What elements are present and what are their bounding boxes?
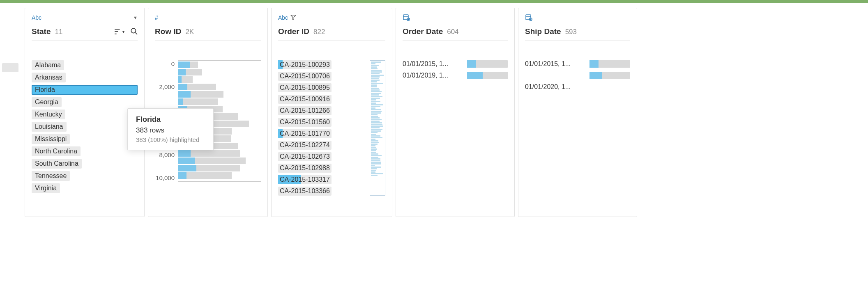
orderid-value[interactable]: CA-2015-103366 [278,187,332,196]
state-value[interactable]: Kentucky [32,110,65,119]
date-range-label: 01/01/2015, 1... [525,60,585,68]
tooltip-highlight: 383 (100%) highlighted [136,136,205,143]
state-value[interactable]: South Carolina [32,159,82,169]
hist-bar[interactable] [178,150,240,157]
state-value[interactable]: Florida [32,85,138,95]
shipdate-rows: 01/01/2015, 1...01/01/2020, 1... [525,60,630,91]
svg-rect-5 [403,15,408,20]
orderid-value[interactable]: CA-2015-100706 [278,72,332,81]
date-range-row[interactable]: 01/01/2015, 1... [403,60,508,68]
axis-tick: 0 [171,60,175,67]
hist-bar[interactable] [178,62,198,68]
hist-bar[interactable] [178,165,240,171]
type-abc-icon: Abc [278,14,288,21]
orderid-value[interactable]: CA-2015-100293 [278,60,332,69]
hist-bar[interactable] [178,172,232,179]
svg-rect-10 [526,15,531,20]
state-value[interactable]: Louisiana [32,122,67,132]
tooltip-row-count: 383 rows [136,126,205,135]
orderid-value[interactable]: CA-2015-102274 [278,141,332,150]
hist-bar[interactable] [178,157,246,164]
state-value[interactable]: Tennessee [32,171,70,181]
left-gutter [0,8,25,217]
orderid-value[interactable]: CA-2015-101770 [278,129,332,138]
state-value[interactable]: Mississippi [32,134,70,144]
state-value[interactable]: Alabama [32,60,64,70]
orderid-value[interactable]: CA-2015-102673 [278,152,332,161]
filter-icon[interactable] [290,14,296,21]
hist-bar[interactable] [178,98,218,105]
orderid-value[interactable]: CA-2015-103317 [278,175,332,184]
type-dropdown-caret[interactable]: ▼ [133,15,138,20]
search-icon[interactable] [130,27,138,36]
type-date-icon [403,14,410,22]
date-range-row[interactable] [525,72,630,79]
type-row: Abc ▼ [32,13,138,22]
field-title: State [32,27,51,36]
card-header: Abc ▼ State 11 ▾ [32,13,138,41]
orderid-value[interactable]: CA-2015-101560 [278,118,332,127]
field-count: 822 [313,28,325,36]
type-number-icon: # [155,14,158,21]
field-card-orderid: Abc Order ID 822 CA-2015-100293CA-2015-1… [271,8,392,217]
svg-point-3 [131,28,136,33]
state-value[interactable]: Virginia [32,183,60,193]
orderid-minimap[interactable] [370,60,385,196]
window-top-accent [0,0,868,3]
field-title: Row ID [155,27,181,36]
field-count: 593 [565,28,577,36]
svg-line-4 [135,32,137,34]
field-title: Ship Date [525,27,561,36]
axis-tick: 2,000 [159,83,175,90]
orderid-value[interactable]: CA-2015-101266 [278,106,332,115]
date-range-label: 01/01/2019, 1... [403,72,462,79]
tooltip-title: Florida [136,115,205,124]
orderid-value[interactable]: CA-2015-100916 [278,95,332,104]
type-abc-icon: Abc [32,14,41,21]
field-count: 604 [447,28,458,36]
profile-canvas: Abc ▼ State 11 ▾ [0,3,868,217]
orderid-value-list: CA-2015-100293CA-2015-100706CA-2015-1008… [278,60,366,198]
date-range-row[interactable]: 01/01/2015, 1... [525,60,630,68]
axis-tick: 8,000 [159,151,175,158]
date-range-label: 01/01/2020, 1... [525,83,585,91]
state-value[interactable]: Georgia [32,97,62,107]
svg-line-14 [531,19,531,20]
field-count: 2K [185,28,194,36]
field-card-state: Abc ▼ State 11 ▾ [25,8,145,217]
field-title: Order Date [403,27,443,36]
hist-bar[interactable] [178,69,202,75]
axis-tick: 10,000 [156,174,175,181]
state-value[interactable]: Arkansas [32,73,66,82]
sort-icon[interactable]: ▾ [114,28,124,35]
type-date-icon [525,14,532,22]
field-title: Order ID [278,27,309,36]
hist-bar[interactable] [178,91,223,98]
title-row: State 11 ▾ [32,27,138,36]
orderid-value[interactable]: CA-2015-102988 [278,164,332,173]
collapsed-card-stub[interactable] [2,63,18,72]
orderid-value[interactable]: CA-2015-100895 [278,83,332,92]
orderdate-rows: 01/01/2015, 1...01/01/2019, 1... [403,60,508,79]
hover-tooltip: Florida 383 rows 383 (100%) highlighted [127,108,214,150]
state-value-list: AlabamaArkansasFloridaGeorgiaKentuckyLou… [32,60,138,196]
hist-bar[interactable] [178,84,216,90]
field-card-shipdate: Ship Date 593 01/01/2015, 1...01/01/2020… [518,8,637,217]
state-value[interactable]: North Carolina [32,146,81,156]
hist-bar[interactable] [178,76,193,83]
svg-line-9 [408,19,409,20]
date-range-row[interactable]: 01/01/2019, 1... [403,72,508,79]
date-range-label: 01/01/2015, 1... [403,60,462,68]
date-range-row[interactable]: 01/01/2020, 1... [525,83,630,91]
field-count: 11 [55,28,62,36]
field-card-orderdate: Order Date 604 01/01/2015, 1...01/01/201… [396,8,515,217]
